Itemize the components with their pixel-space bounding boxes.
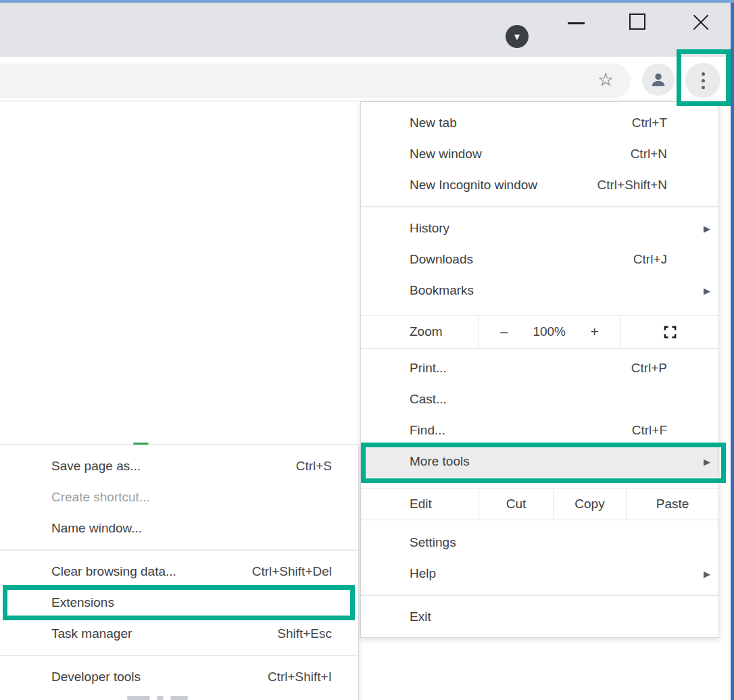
submenu-arrow-icon: ▶ [704, 286, 710, 296]
menu-item-label: Settings [410, 535, 456, 550]
menu-item-label: Name window... [51, 521, 142, 536]
menu-item-help[interactable]: Help▶ [361, 558, 718, 589]
highlight-box-more-tools [361, 443, 726, 483]
zoom-level-value: 100% [533, 324, 566, 339]
zoom-in-button[interactable]: + [590, 324, 598, 340]
menu-item-label: Help [410, 566, 436, 581]
more-tools-submenu: Save page as...Ctrl+SCreate shortcut...N… [0, 445, 359, 700]
menu-item-label: New Incognito window [410, 178, 537, 193]
menu-item-label: Save page as... [51, 459, 141, 474]
menu-item-name-window[interactable]: Name window... [0, 513, 358, 544]
edit-row: EditCutCopyPaste [361, 488, 718, 520]
shortcut-text: Ctrl+S [296, 459, 332, 474]
menu-item-create-shortcut: Create shortcut... [0, 482, 358, 513]
menu-item-new-window[interactable]: New windowCtrl+N [361, 139, 718, 170]
menu-item-new-incognito-window[interactable]: New Incognito windowCtrl+Shift+N [361, 170, 718, 201]
menu-item-label: History [410, 221, 449, 236]
title-bar: ▼ [0, 3, 734, 57]
menu-item-settings[interactable]: Settings [361, 527, 718, 558]
shortcut-text: Ctrl+F [632, 423, 667, 438]
menu-item-developer-tools[interactable]: Developer toolsCtrl+Shift+I [0, 661, 358, 693]
submenu-arrow-icon: ▶ [704, 224, 710, 234]
chrome-main-menu: New tabCtrl+TNew windowCtrl+NNew Incogni… [360, 101, 719, 638]
maximize-icon[interactable] [629, 14, 645, 30]
menu-item-save-page-as[interactable]: Save page as...Ctrl+S [0, 451, 358, 482]
zoom-row: Zoom–100%+ [361, 315, 718, 349]
zoom-label: Zoom [410, 324, 443, 339]
menu-item-task-manager[interactable]: Task managerShift+Esc [0, 618, 358, 649]
menu-item-downloads[interactable]: DownloadsCtrl+J [361, 244, 718, 275]
menu-item-label: Print... [410, 361, 447, 376]
browser-window: ▼ ☆ oogle New tabCtrl+TNew windowCtrl+NN… [0, 0, 734, 700]
close-icon[interactable] [691, 12, 711, 32]
minimize-icon[interactable] [568, 22, 585, 24]
menu-item-label: New window [410, 147, 482, 161]
menu-item-cast[interactable]: Cast... [361, 384, 718, 415]
menu-divider [0, 549, 358, 551]
menu-item-label: Task manager [51, 626, 132, 641]
menu-item-label: Downloads [410, 252, 473, 267]
shortcut-text: Ctrl+Shift+Del [252, 564, 332, 579]
highlight-box-menu-button [677, 49, 731, 106]
menu-item-new-tab[interactable]: New tabCtrl+T [361, 107, 718, 139]
bookmark-star-icon[interactable]: ☆ [593, 68, 618, 92]
menu-divider [361, 206, 718, 207]
menu-item-label: Developer tools [51, 670, 141, 684]
menu-item-find[interactable]: Find...Ctrl+F [361, 415, 718, 446]
copy-button[interactable]: Copy [553, 489, 626, 520]
menu-item-exit[interactable]: Exit [361, 601, 718, 632]
browser-toolbar: ☆ [0, 57, 734, 101]
menu-item-clear-browsing-data[interactable]: Clear browsing data...Ctrl+Shift+Del [0, 556, 358, 587]
menu-divider [361, 595, 718, 596]
shortcut-text: Ctrl+J [633, 252, 667, 267]
menu-divider [0, 655, 358, 656]
person-icon [649, 70, 668, 89]
menu-item-history[interactable]: History▶ [361, 213, 718, 244]
address-bar[interactable] [0, 64, 631, 98]
shortcut-text: Ctrl+N [631, 147, 667, 161]
cut-button[interactable]: Cut [479, 489, 553, 520]
menu-item-label: Exit [410, 609, 431, 624]
shortcut-text: Shift+Esc [277, 626, 332, 641]
menu-item-label: Create shortcut... [51, 490, 150, 505]
menu-item-bookmarks[interactable]: Bookmarks▶ [361, 275, 718, 306]
shortcut-text: Ctrl+P [631, 361, 667, 376]
menu-item-print[interactable]: Print...Ctrl+P [361, 353, 718, 384]
menu-item-label: Find... [410, 423, 445, 438]
menu-item-label: New tab [410, 116, 457, 130]
profile-button[interactable] [642, 64, 675, 96]
edit-label: Edit [361, 489, 479, 520]
highlight-box-extensions [3, 585, 355, 620]
fullscreen-icon[interactable] [662, 324, 678, 340]
shortcut-text: Ctrl+Shift+I [268, 670, 332, 684]
shortcut-text: Ctrl+Shift+N [597, 178, 667, 193]
window-right-border [731, 3, 734, 700]
paste-button[interactable]: Paste [626, 489, 718, 520]
caret-down-icon: ▼ [513, 32, 522, 42]
shortcut-text: Ctrl+T [632, 116, 667, 130]
clipped-text-fragment [127, 696, 188, 700]
menu-item-label: Clear browsing data... [51, 564, 176, 579]
menu-item-label: Cast... [410, 392, 447, 407]
submenu-arrow-icon: ▶ [704, 569, 710, 579]
zoom-out-button[interactable]: – [500, 324, 508, 340]
menu-item-label: Bookmarks [410, 283, 474, 298]
caret-down-button[interactable]: ▼ [506, 25, 529, 48]
